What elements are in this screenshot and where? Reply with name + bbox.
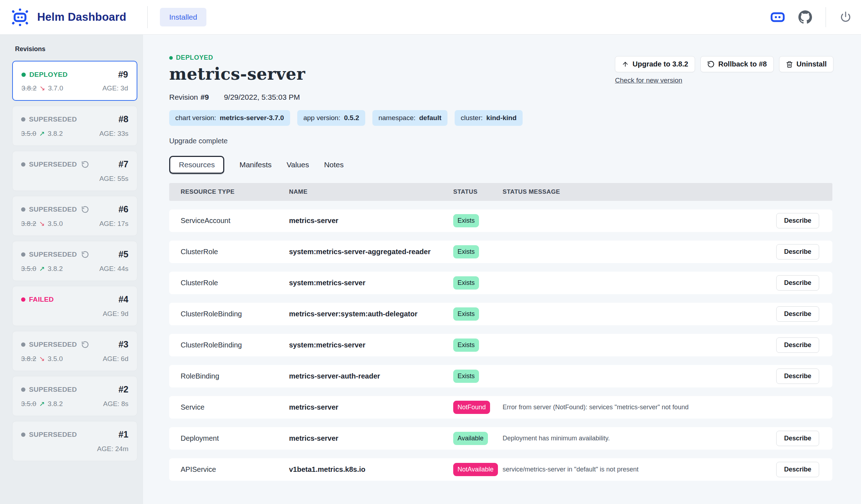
status-dot (21, 207, 25, 212)
release-detail: Upgrade to 3.8.2 Rollback to #8 Uninstal… (143, 35, 861, 504)
helm-dashboard-logo-icon (11, 8, 29, 26)
revisions-sidebar: Revisions DEPLOYED #9 3.8.2 ↘ 3.7.0 AGE:… (0, 35, 143, 504)
table-body: ServiceAccount metrics-server Exists Des… (169, 209, 832, 481)
revision-status: SUPERSEDED (21, 431, 77, 439)
arrow-up-icon (622, 61, 629, 68)
status-dot (21, 387, 25, 392)
revision-age: AGE: 44s (99, 265, 128, 273)
table-row: Deployment metrics-server Available Depl… (169, 427, 832, 450)
version-from: 3.8.2 (21, 355, 36, 363)
revision-versions: 3.8.2 ↘ 3.7.0 (21, 84, 63, 92)
version-arrow-icon: ↗ (39, 129, 45, 138)
status-badge: Exists (453, 307, 479, 321)
version-arrow-icon: ↗ (39, 400, 45, 408)
brand[interactable]: Helm Dashboard (0, 8, 147, 26)
status-badge: Exists (453, 245, 479, 258)
revision-number: #5 (118, 249, 128, 260)
rollback-icon (81, 206, 89, 213)
revision-age: AGE: 9d (103, 310, 128, 318)
resource-type-cell: ServiceAccount (181, 217, 289, 225)
revision-status-label: SUPERSEDED (29, 431, 77, 439)
rollback-icon (81, 251, 89, 258)
column-header: STATUS MESSAGE (503, 188, 776, 196)
status-dot (21, 73, 26, 77)
revision-status: SUPERSEDED (21, 206, 89, 213)
check-new-version-link[interactable]: Check for new version (615, 76, 682, 84)
revision-number: #4 (118, 294, 128, 305)
revision-age: AGE: 8s (103, 400, 128, 408)
describe-button[interactable]: Describe (776, 337, 819, 353)
trash-icon (786, 61, 793, 68)
column-header: NAME (289, 188, 453, 196)
resource-type-cell: Deployment (181, 434, 289, 443)
version-to: 3.7.0 (48, 84, 63, 92)
status-dot (21, 297, 25, 302)
status-badge: Available (453, 432, 488, 445)
table-row: Service metrics-server NotFound Error fr… (169, 396, 832, 419)
github-icon[interactable] (798, 10, 812, 24)
status-badge: Exists (453, 214, 479, 227)
describe-button[interactable]: Describe (776, 462, 819, 477)
revision-card[interactable]: SUPERSEDED #6 3.8.2 ↘ 3.5.0 AGE: 17s (12, 196, 137, 236)
resource-name-cell: metrics-server (289, 434, 453, 443)
robot-face-icon[interactable] (771, 12, 785, 23)
resource-type-cell: ClusterRoleBinding (181, 341, 289, 349)
revision-card[interactable]: SUPERSEDED #1 AGE: 24m (12, 421, 137, 461)
rollback-icon (707, 60, 715, 68)
revision-card[interactable]: SUPERSEDED #8 3.5.0 ↗ 3.8.2 AGE: 33s (12, 106, 137, 146)
tab-values[interactable]: Values (287, 156, 309, 173)
rollback-button[interactable]: Rollback to #8 (700, 56, 774, 72)
revision-number: #2 (118, 384, 128, 395)
resource-name-cell: system:metrics-server-aggregated-reader (289, 248, 453, 256)
revision-status-label: SUPERSEDED (29, 115, 77, 123)
power-icon[interactable] (840, 11, 852, 23)
resource-name-cell: metrics-server:system:auth-delegator (289, 310, 453, 318)
release-status-label: DEPLOYED (176, 54, 213, 61)
table-row: ServiceAccount metrics-server Exists Des… (169, 209, 832, 232)
status-badge: NotAvailable (453, 463, 498, 476)
upgrade-note: Upgrade complete (169, 137, 832, 145)
tab-resources[interactable]: Resources (169, 156, 224, 174)
version-from: 3.5.0 (21, 130, 36, 138)
app-title: Helm Dashboard (37, 11, 126, 24)
tab-notes[interactable]: Notes (324, 156, 344, 173)
table-header-row: RESOURCE TYPENAMESTATUSSTATUS MESSAGE (169, 183, 832, 201)
upgrade-button[interactable]: Upgrade to 3.8.2 (615, 56, 695, 72)
revision-line: Revision #9 9/29/2022, 5:35:03 PM (169, 93, 832, 102)
uninstall-button[interactable]: Uninstall (779, 56, 833, 72)
revision-number: #9 (201, 93, 209, 102)
revision-card[interactable]: SUPERSEDED #7 AGE: 55s (12, 151, 137, 191)
revision-number: #3 (118, 339, 128, 350)
status-message-cell: service/metrics-server in "default" is n… (503, 466, 776, 473)
revision-card[interactable]: SUPERSEDED #2 3.5.0 ↗ 3.8.2 AGE: 8s (12, 376, 137, 416)
describe-button[interactable]: Describe (776, 275, 819, 291)
version-to: 3.5.0 (48, 220, 63, 228)
revision-card[interactable]: DEPLOYED #9 3.8.2 ↘ 3.7.0 AGE: 3d (12, 61, 137, 101)
version-to: 3.5.0 (48, 355, 63, 363)
revision-card[interactable]: FAILED #4 AGE: 9d (12, 286, 137, 326)
column-header: STATUS (453, 188, 503, 196)
revision-status: SUPERSEDED (21, 386, 77, 394)
revision-status-label: FAILED (29, 296, 54, 303)
revision-number: #6 (118, 204, 128, 214)
revision-age: AGE: 33s (99, 130, 128, 138)
release-actions: Upgrade to 3.8.2 Rollback to #8 Uninstal… (615, 56, 833, 84)
revision-status-label: SUPERSEDED (29, 251, 77, 258)
table-row: APIService v1beta1.metrics.k8s.io NotAva… (169, 458, 832, 481)
revision-status: FAILED (21, 296, 54, 303)
tab-manifests[interactable]: Manifests (239, 156, 271, 173)
status-badge: Exists (453, 339, 479, 352)
status-message-cell: Deployment has minimum availability. (503, 435, 776, 442)
revision-status: SUPERSEDED (21, 115, 77, 123)
revision-card[interactable]: SUPERSEDED #3 3.8.2 ↘ 3.5.0 AGE: 6d (12, 331, 137, 371)
describe-button[interactable]: Describe (776, 306, 819, 322)
describe-button[interactable]: Describe (776, 244, 819, 260)
nav-tab-installed[interactable]: Installed (160, 8, 206, 26)
describe-button[interactable]: Describe (776, 431, 819, 446)
revision-card[interactable]: SUPERSEDED #5 3.5.0 ↗ 3.8.2 AGE: 44s (12, 241, 137, 281)
deployed-date: 9/29/2022, 5:35:03 PM (224, 93, 300, 102)
version-arrow-icon: ↗ (39, 265, 45, 273)
describe-button[interactable]: Describe (776, 213, 819, 228)
revision-age: AGE: 55s (99, 175, 128, 183)
describe-button[interactable]: Describe (776, 369, 819, 384)
